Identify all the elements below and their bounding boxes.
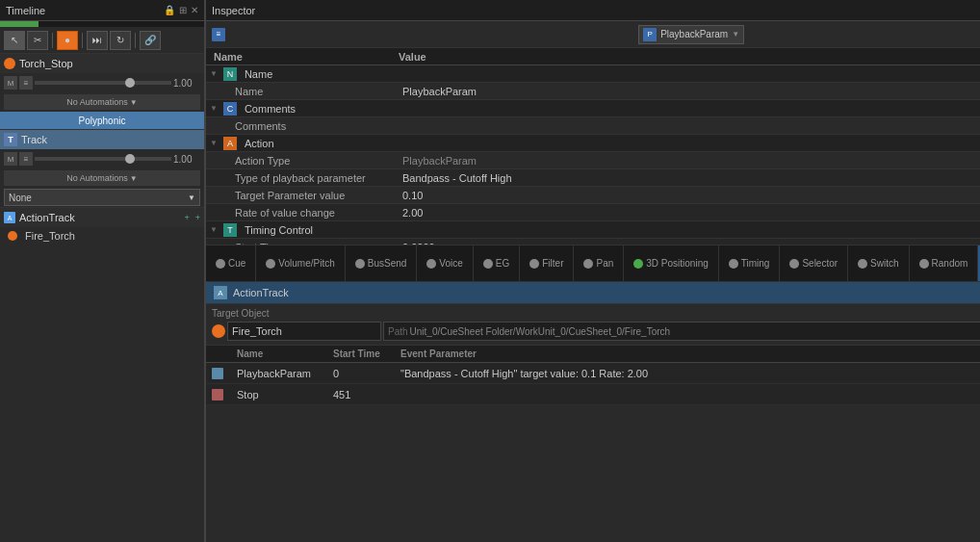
polyphonic-dropdown[interactable]: Polyphonic <box>0 112 204 129</box>
tab-timing-row: Timing <box>729 258 770 269</box>
prop-target-param-key: Target Parameter value <box>206 190 399 201</box>
maximize-icon[interactable]: ⊞ <box>179 5 187 15</box>
tab-pan[interactable]: Pan <box>574 245 624 281</box>
track-header[interactable]: T Track <box>0 130 204 149</box>
tab-filter-label: Filter <box>542 258 563 269</box>
tab-bussend-label: BusSend <box>368 258 407 269</box>
fire-torch-row[interactable]: Fire_Torch <box>0 227 204 245</box>
tab-3d-label: 3D Positioning <box>646 258 708 269</box>
target-name-box[interactable]: Fire_Torch <box>227 322 381 341</box>
section-action[interactable]: ▼ A Action <box>206 135 980 152</box>
fire-torch-icon <box>8 231 17 241</box>
tab-timing[interactable]: Timing <box>719 245 781 281</box>
tab-switch[interactable]: Switch <box>848 245 909 281</box>
timeline-panel: Timeline 🔒 ⊞ ✕ ↖ ✂ ● ⏭ ↻ 🔗 Torch_Stop M … <box>0 0 205 542</box>
tab-cue-dot <box>216 259 225 269</box>
tab-eg[interactable]: EG <box>474 245 520 281</box>
track-section: T Track M ≡ 1.00 No Automations ▼ None <box>0 130 204 208</box>
timing-triangle: ▼ <box>210 225 218 234</box>
comments-triangle: ▼ <box>210 104 218 113</box>
automations-arrow: ▼ <box>130 98 138 107</box>
tab-eg-dot <box>483 259 493 269</box>
name-section-icon: N <box>223 67 237 81</box>
no-automations2-button[interactable]: No Automations ▼ <box>4 170 200 186</box>
track2-volume-value: 1.00 <box>173 154 200 165</box>
col-value-header: Value <box>399 51 980 63</box>
action-track-icon: A <box>4 212 15 223</box>
none-dropdown[interactable]: None ▼ <box>4 189 200 206</box>
track2-settings-icon[interactable]: ≡ <box>19 152 33 166</box>
properties-table[interactable]: Name Value ▼ N Name Name PlaybackParam ▼… <box>206 48 980 245</box>
inspector-dropdown[interactable]: P PlaybackParam ▼ <box>638 25 744 44</box>
tab-volume-pitch[interactable]: Volume/Pitch <box>256 245 345 281</box>
action-track-extra-btn[interactable]: + <box>195 213 200 222</box>
stop-icon <box>212 389 223 400</box>
tab-random[interactable]: Random <box>910 245 979 281</box>
tab-voice[interactable]: Voice <box>417 245 473 281</box>
close-icon[interactable]: ✕ <box>191 5 198 15</box>
track-controls: M ≡ 1.00 <box>0 149 204 168</box>
track-mute-icon[interactable]: M <box>4 76 17 90</box>
track-torch-stop-section: Torch_Stop M ≡ 1.00 No Automations ▼ Pol… <box>0 54 204 130</box>
tab-voice-row: Voice <box>426 258 462 269</box>
track-settings-icon[interactable]: ≡ <box>19 76 33 90</box>
tab-vp-label: Volume/Pitch <box>278 258 334 269</box>
tab-switch-row: Switch <box>858 258 898 269</box>
action-track-add-btn[interactable]: + <box>184 213 189 222</box>
track-volume-slider[interactable] <box>35 81 171 85</box>
event-row-stop[interactable]: Stop 451 <box>206 384 980 405</box>
events-header: Name Start Time Event Parameter Comment <box>206 346 980 363</box>
event-start-1: 0 <box>327 368 395 379</box>
loop-button[interactable]: ↻ <box>110 31 131 50</box>
volume-thumb <box>125 78 135 88</box>
inspector-view-icon[interactable]: ≡ <box>212 28 225 41</box>
path-label: Path <box>388 326 408 337</box>
prop-playback-type-key: Type of playback parameter <box>206 172 399 184</box>
tab-selector-dot <box>789 259 799 269</box>
tab-cue[interactable]: Cue <box>206 245 256 281</box>
event-start-2: 451 <box>327 389 395 400</box>
edit-tool-button[interactable]: ✂ <box>27 31 48 50</box>
select-tool-button[interactable]: ↖ <box>4 31 25 50</box>
skip-button[interactable]: ⏭ <box>87 31 108 50</box>
section-comments[interactable]: ▼ C Comments <box>206 100 980 117</box>
tab-vp-row: Volume/Pitch <box>266 258 334 269</box>
action-track-header[interactable]: A ActionTrack + + <box>0 208 204 227</box>
timing-section-label: Timing Control <box>245 224 313 236</box>
tab-selector[interactable]: Selector <box>780 245 848 281</box>
tab-3d-row: 3D Positioning <box>633 258 708 269</box>
action-track-inspector: A ActionTrack <box>206 281 980 304</box>
inspector-header: Inspector 🔒 ⊞ ✕ <box>206 0 980 21</box>
bottom-tabs: Cue Volume/Pitch BusSend Voice EG <box>206 245 980 281</box>
lock-icon[interactable]: 🔒 <box>164 5 175 15</box>
track2-mute-icon[interactable]: M <box>4 152 17 166</box>
track2-volume-slider[interactable] <box>35 157 171 161</box>
prop-playback-type-row: Type of playback parameter Bandpass - Cu… <box>206 169 980 187</box>
event-row-playback[interactable]: PlaybackParam 0 "Bandpass - Cutoff High"… <box>206 363 980 384</box>
none-dropdown-container: None ▼ <box>0 188 204 207</box>
prop-rate-row: Rate of value change 2.00 <box>206 204 980 221</box>
tab-bussend[interactable]: BusSend <box>346 245 418 281</box>
tab-eg-label: EG <box>496 258 509 269</box>
inspector-title: Inspector <box>212 5 255 16</box>
track-torch-stop-header[interactable]: Torch_Stop <box>0 54 204 73</box>
section-name[interactable]: ▼ N Name <box>206 65 980 83</box>
target-row: Fire_Torch Path Unit_0/CueSheet Folder/W… <box>212 322 980 341</box>
event-name-1: PlaybackParam <box>231 368 327 379</box>
track-t-icon: T <box>4 133 17 146</box>
orange-marker-button[interactable]: ● <box>57 31 78 50</box>
none-arrow: ▼ <box>188 194 195 202</box>
no-automations-button[interactable]: No Automations ▼ <box>4 94 200 110</box>
events-col-start: Start Time <box>327 348 395 359</box>
prop-action-type-row: Action Type PlaybackParam <box>206 152 980 169</box>
toolbar-divider-1 <box>52 33 53 48</box>
tab-3d-pos[interactable]: 3D Positioning <box>624 245 718 281</box>
link-button[interactable]: 🔗 <box>140 31 161 50</box>
timeline-header-icons: 🔒 ⊞ ✕ <box>164 5 198 15</box>
section-timing[interactable]: ▼ T Timing Control <box>206 221 980 239</box>
prop-action-type-key: Action Type <box>206 155 399 167</box>
tab-filter[interactable]: Filter <box>520 245 574 281</box>
events-table[interactable]: Name Start Time Event Parameter Comment … <box>206 346 980 542</box>
prop-comments-row: Comments <box>206 117 980 135</box>
target-fire-torch-icon <box>212 324 225 338</box>
